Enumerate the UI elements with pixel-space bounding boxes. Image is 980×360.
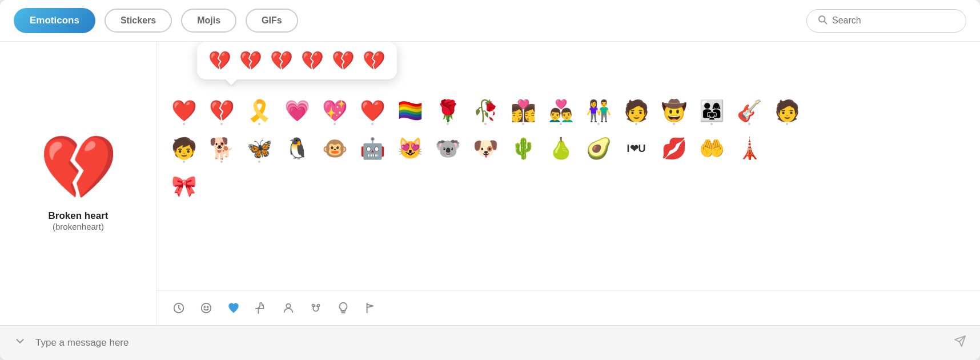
emoticon-preview-emoji: 💔	[39, 136, 118, 199]
message-bar	[0, 325, 980, 360]
emoji-monkey[interactable]: 🐵	[317, 131, 352, 166]
emoji-ribbon[interactable]: 🎗️	[242, 93, 277, 129]
tab-emoticons[interactable]: Emoticons	[14, 8, 95, 33]
category-bar	[157, 290, 980, 325]
left-panel: 💔 Broken heart (brokenheart)	[0, 42, 157, 325]
emoji-koala[interactable]: 🐨	[430, 131, 465, 166]
tab-stickers[interactable]: Stickers	[105, 9, 172, 33]
emoji-dog-love[interactable]: 🐶	[468, 131, 503, 166]
svg-point-5	[207, 306, 208, 307]
svg-point-4	[204, 306, 205, 307]
emoji-sparkle-heart[interactable]: 💖	[317, 93, 352, 129]
cat-heart[interactable]	[221, 295, 246, 321]
search-icon	[817, 14, 828, 27]
emoticon-name: Broken heart	[49, 210, 109, 222]
svg-point-6	[286, 304, 290, 308]
cat-animal[interactable]	[303, 295, 328, 321]
emoji-pear-heart[interactable]: 🍐	[543, 131, 579, 166]
emoticon-code: (brokenheart)	[53, 222, 104, 231]
emoji-avocado[interactable]: 🥑	[581, 131, 616, 166]
send-button[interactable]	[954, 335, 966, 351]
message-input[interactable]	[35, 337, 945, 349]
main-content: 💔 Broken heart (brokenheart) 💔 💔 💔 💔 💔 💔…	[0, 42, 980, 325]
top-bar: Emoticons Stickers Mojis GIFs	[0, 0, 980, 42]
svg-line-1	[824, 21, 826, 23]
emoji-rose[interactable]: 🌹	[430, 93, 465, 129]
variant-yellow[interactable]: 💔	[301, 50, 324, 71]
emoji-brokenheart[interactable]: 💔	[204, 93, 239, 129]
tab-gifs[interactable]: GIFs	[246, 9, 298, 33]
emoji-person-cat[interactable]: 🧑	[769, 93, 805, 129]
cat-flag[interactable]	[358, 295, 383, 321]
emoji-heart[interactable]: ❤️	[166, 93, 202, 129]
svg-point-3	[202, 303, 211, 313]
emoji-red-heart[interactable]: ❤️	[355, 93, 390, 129]
cat-people[interactable]	[276, 295, 301, 321]
emoji-person-red[interactable]: 🧑	[618, 93, 654, 129]
emoji-guitarist[interactable]: 🎸	[732, 93, 767, 129]
emoji-woman-man[interactable]: 👫	[581, 93, 616, 129]
cat-smiley[interactable]	[194, 295, 219, 321]
emoji-pink-heart[interactable]: 💗	[279, 93, 315, 129]
emoji-cowboy[interactable]: 🤠	[656, 93, 692, 129]
variant-red[interactable]: 💔	[208, 50, 231, 71]
variant-blue[interactable]: 💔	[239, 50, 262, 71]
variant-green[interactable]: 💔	[332, 50, 355, 71]
variant-purple[interactable]: 💔	[270, 50, 293, 71]
cat-recent[interactable]	[166, 295, 191, 321]
emoji-robot[interactable]: 🤖	[355, 131, 390, 166]
emoji-i-love-u[interactable]: I❤U	[618, 131, 654, 166]
emoji-child-dog[interactable]: 🧒	[166, 131, 202, 166]
emoji-stem-rose[interactable]: 🥀	[468, 93, 503, 129]
emoji-lips[interactable]: 💋	[656, 131, 692, 166]
emoji-hands-heart[interactable]: 🤲	[694, 131, 729, 166]
search-container	[806, 9, 966, 33]
emoji-paris[interactable]: 🗼	[732, 131, 767, 166]
emoji-penguin[interactable]: 🐧	[279, 131, 315, 166]
emoji-cat-hearts[interactable]: 😻	[392, 131, 428, 166]
color-popover: 💔 💔 💔 💔 💔 💔	[197, 42, 397, 79]
emoji-butterfly[interactable]: 🦋	[242, 131, 277, 166]
emoji-woman-hearts[interactable]: 👩‍❤️‍💋‍👩	[505, 93, 541, 129]
emoji-ribbon2[interactable]: 🎀	[166, 169, 202, 204]
variant-dark[interactable]: 💔	[363, 50, 385, 71]
emoji-row-3: 🎀	[166, 169, 971, 204]
emoji-row-2: 🧒 🐕 🦋 🐧 🐵 🤖 😻 🐨 🐶 🌵 🍐 🥑 I❤U 💋 🤲 🗼	[166, 131, 971, 166]
svg-point-8	[312, 305, 315, 307]
emoji-man-dog[interactable]: 🐕	[204, 131, 239, 166]
right-panel: 💔 💔 💔 💔 💔 💔 ❤️ 💔 🎗️ 💗 💖 ❤️ 🏳️‍🌈	[157, 42, 980, 325]
emoji-rainbow-heart[interactable]: 🏳️‍🌈	[392, 93, 428, 129]
expand-button[interactable]	[14, 335, 26, 351]
emoji-cactus-heart[interactable]: 🌵	[505, 131, 541, 166]
search-input[interactable]	[832, 15, 955, 26]
tab-mojis[interactable]: Mojis	[181, 9, 236, 33]
cat-object[interactable]	[331, 295, 356, 321]
emoji-row-1: ❤️ 💔 🎗️ 💗 💖 ❤️ 🏳️‍🌈 🌹 🥀 👩‍❤️‍💋‍👩 👨‍❤️‍👨 …	[166, 93, 971, 129]
emoji-man-hearts[interactable]: 👨‍❤️‍👨	[543, 93, 579, 129]
emoji-family[interactable]: 👨‍👩‍👧	[694, 93, 729, 129]
cat-thumbs[interactable]	[248, 295, 274, 321]
svg-point-9	[318, 305, 320, 307]
